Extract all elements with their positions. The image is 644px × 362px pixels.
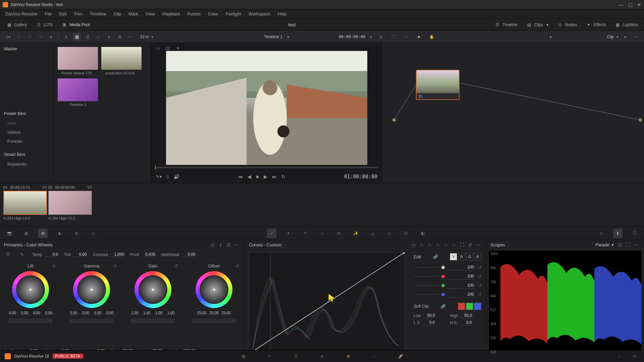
contrast-value[interactable]: 1.000 xyxy=(111,252,124,257)
slider-lift[interactable] xyxy=(9,318,52,323)
colorwheel-gain[interactable] xyxy=(135,271,171,308)
sort-icon[interactable]: ⇅ xyxy=(116,33,124,41)
node-01[interactable]: 01 xyxy=(416,70,460,100)
chevron-down-icon[interactable]: ▾ xyxy=(105,33,113,41)
settings-icon[interactable]: ⚙ xyxy=(630,352,639,361)
link-icon[interactable]: 🔗 xyxy=(431,253,439,261)
curve-graph[interactable] xyxy=(249,252,405,354)
menu-color[interactable]: Color xyxy=(205,10,222,18)
view-thumb-icon[interactable]: ▦ xyxy=(73,33,81,41)
search-icon[interactable]: ⌕ xyxy=(94,33,102,41)
pal-hdr-icon[interactable]: ◐ xyxy=(55,229,64,238)
curves-sub5-icon[interactable]: ○ xyxy=(450,241,458,249)
reset-lift[interactable]: ↺ xyxy=(52,263,56,268)
channel-r[interactable]: R xyxy=(458,253,465,260)
bin-intro[interactable]: Intro xyxy=(4,119,49,128)
slider-gain[interactable] xyxy=(131,318,175,323)
picker2-icon[interactable]: ✎ xyxy=(18,251,26,259)
pal-magic-icon[interactable]: ✨ xyxy=(351,229,360,238)
middetail-value[interactable]: 0.00 xyxy=(182,252,195,257)
prev-frame-icon[interactable]: ◀ xyxy=(248,174,251,179)
last-frame-icon[interactable]: ⏭ xyxy=(272,174,277,179)
nav-fwd-icon[interactable]: › xyxy=(25,33,34,41)
curves-expand-icon[interactable]: ⛶ xyxy=(458,241,466,249)
scopes-opt2-icon[interactable]: ⛶ xyxy=(624,241,632,249)
curve-reset-2[interactable]: ↺ xyxy=(478,283,481,288)
close-button[interactable]: ✕ xyxy=(637,2,641,7)
pal-qualifier-icon[interactable]: ✎ xyxy=(301,229,310,238)
picker-icon[interactable]: ✎▾ xyxy=(156,174,162,179)
reset-gamma[interactable]: ↺ xyxy=(113,263,117,268)
viewer-timecode[interactable]: 00:00:00:00 xyxy=(339,35,365,39)
wheels-mode2-icon[interactable]: ⫿ xyxy=(216,241,224,249)
more2-icon[interactable]: ⋯ xyxy=(126,33,135,41)
pal-blur-icon[interactable]: △ xyxy=(368,229,377,238)
smartbins-header[interactable]: Smart Bins xyxy=(4,152,49,157)
more4-icon[interactable]: ⋯ xyxy=(632,33,640,41)
nodes-button[interactable]: ⊙Nodes xyxy=(554,20,580,29)
effects-button[interactable]: ✦Effects xyxy=(582,20,609,29)
curve-reset-0[interactable]: ↺ xyxy=(478,265,481,270)
softclip-link-icon[interactable]: 🔗 xyxy=(439,302,447,310)
curve-intensity-1[interactable]: 100 xyxy=(447,273,475,280)
page-color-icon[interactable]: ✱ xyxy=(343,352,353,361)
slider-offset[interactable] xyxy=(192,318,236,323)
pal-colormatch-icon[interactable]: ▦ xyxy=(21,229,31,238)
node-dot-icon[interactable]: ● xyxy=(546,33,554,41)
curves-mode-icon[interactable]: ▭ xyxy=(410,241,418,249)
panel-select-icon[interactable]: ▯▾ xyxy=(4,33,12,41)
tl-clip-02[interactable]: 0200:00:00:00V1 H.264 High L5.2 xyxy=(48,185,92,220)
curves-sub3-icon[interactable]: ○ xyxy=(434,241,442,249)
wheels-more-icon[interactable]: ⋯ xyxy=(232,241,240,249)
curve-reset-1[interactable]: ↺ xyxy=(478,274,481,279)
bin-keywords[interactable]: Keywords xyxy=(4,160,49,169)
pal-scopes-icon[interactable]: ⫿ xyxy=(613,229,623,238)
bin-videos[interactable]: Videos xyxy=(4,128,49,137)
viewer-frame[interactable] xyxy=(166,51,367,165)
bypass-icon[interactable]: ⊘ xyxy=(377,33,385,41)
play-icon[interactable]: ▶ xyxy=(264,174,267,179)
pal-tracker-icon[interactable]: ⊕ xyxy=(334,229,343,238)
menu-view[interactable]: View xyxy=(142,10,158,18)
view-meta-icon[interactable]: ≡ xyxy=(62,33,70,41)
colorwheel-offset[interactable] xyxy=(196,271,232,308)
loop-icon[interactable]: ↻ xyxy=(281,174,285,179)
menu-timeline[interactable]: Timeline xyxy=(87,10,110,18)
powerbins-header[interactable]: Power Bins xyxy=(4,111,49,116)
page-deliver-icon[interactable]: 🚀 xyxy=(396,352,405,361)
curve-reset-3[interactable]: ↺ xyxy=(478,292,481,297)
tl-clip-01[interactable]: 0100:00:13:19V1 H.264 High L4.0 xyxy=(3,185,47,220)
softclip-high[interactable]: 50.0 xyxy=(460,313,472,318)
page-fusion-icon[interactable]: ⊚ xyxy=(317,352,327,361)
parade-scope[interactable]: 1023896768640512384256128 xyxy=(489,251,641,355)
media-thumb-1[interactable]: production ID 519... xyxy=(101,47,142,75)
bin-fortnite[interactable]: Fortnite xyxy=(4,137,49,146)
wheels-mode3-icon[interactable]: ⊡ xyxy=(224,241,232,249)
more-icon[interactable]: ⋯ xyxy=(36,33,44,41)
softclip-hs[interactable]: 0.0 xyxy=(460,320,472,325)
pal-window-icon[interactable]: ○ xyxy=(317,229,327,238)
menu-davinci[interactable]: DaVinci Resolve xyxy=(2,10,41,18)
menu-clip[interactable]: Clip xyxy=(110,10,124,18)
mediapool-button[interactable]: ⊞Media Pool xyxy=(58,20,93,29)
scopes-more-icon[interactable]: ⋯ xyxy=(632,241,640,249)
view-list-icon[interactable]: ☰ xyxy=(84,33,92,41)
softclip-b[interactable] xyxy=(474,303,481,310)
scrubber[interactable] xyxy=(151,165,382,171)
menu-trim[interactable]: Trim xyxy=(71,10,86,18)
timeline-button[interactable]: ☰Timeline xyxy=(491,20,521,29)
channel-y[interactable]: Y xyxy=(450,253,457,260)
minimize-button[interactable]: — xyxy=(619,2,624,7)
pal-3d-icon[interactable]: ◧ xyxy=(418,229,427,238)
tint-value[interactable]: 0.00 xyxy=(73,252,87,257)
pal-warper-icon[interactable]: ✦ xyxy=(284,229,293,238)
master-bin[interactable]: Master xyxy=(4,46,49,51)
record-icon[interactable]: ● xyxy=(47,33,55,41)
menu-playback[interactable]: Playback xyxy=(159,10,183,18)
auto-balance-icon[interactable]: Ⓐ xyxy=(4,251,12,259)
maximize-button[interactable]: ▢ xyxy=(628,2,633,7)
marker-icon[interactable]: ◊ xyxy=(167,174,169,179)
node-dot2-icon[interactable]: ● xyxy=(621,33,629,41)
pal-wheels-icon[interactable]: ⊙ xyxy=(38,229,48,238)
page-fairlight-icon[interactable]: ♪ xyxy=(370,352,379,361)
